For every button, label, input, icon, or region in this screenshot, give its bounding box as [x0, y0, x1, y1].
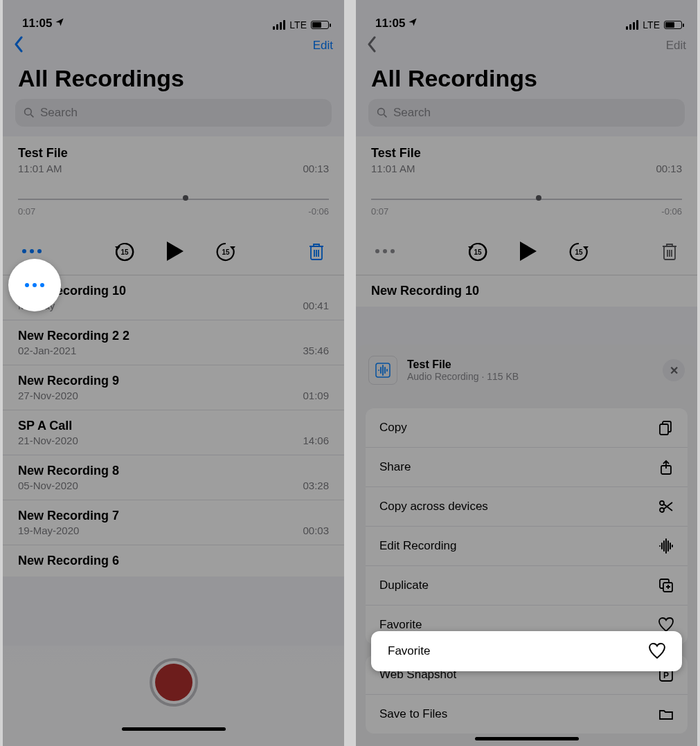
skip-forward-button[interactable] — [215, 241, 236, 262]
status-time: 11:05 — [375, 17, 405, 30]
recording-title: Test File — [371, 146, 682, 161]
delete-button — [661, 242, 678, 261]
record-area — [3, 646, 344, 746]
action-sheet: Test File Audio Recording · 115 KB ✕ Cop… — [356, 345, 697, 746]
menu-duplicate[interactable]: Duplicate — [366, 566, 688, 606]
scrubber — [371, 198, 682, 201]
skip-back-button — [467, 241, 488, 262]
search-icon — [377, 107, 388, 118]
status-bar: 11:05 LTE — [356, 0, 697, 30]
home-indicator[interactable] — [475, 737, 579, 740]
battery-icon — [664, 21, 682, 29]
skip-back-button[interactable] — [114, 241, 135, 262]
list-item[interactable]: New Recording 8 05-Nov-202003:28 — [3, 455, 344, 500]
scrubber-pos-right: -0:06 — [661, 206, 682, 217]
signal-icon — [273, 20, 285, 30]
back-button — [367, 36, 377, 56]
list-item[interactable]: New Recording 7 19-May-202000:03 — [3, 500, 344, 545]
more-button-highlight[interactable] — [8, 259, 61, 311]
nav-bar: Edit — [3, 30, 344, 61]
battery-icon — [311, 21, 329, 29]
copy-icon — [658, 420, 674, 435]
svg-point-18 — [378, 109, 385, 116]
menu-share[interactable]: Share — [366, 448, 688, 487]
audio-file-icon — [368, 356, 397, 385]
recording-duration: 00:13 — [303, 163, 329, 174]
play-button[interactable] — [165, 240, 185, 262]
search-field: Search — [368, 99, 685, 127]
list-item[interactable]: New Recording 2 2 02-Jan-202135:46 — [3, 320, 344, 365]
recording-title[interactable]: Test File — [18, 146, 329, 161]
scrubber-pos-left: 0:07 — [18, 206, 35, 217]
waveform-icon — [658, 538, 674, 554]
recordings-list: New Recording 10 — [356, 275, 697, 307]
close-sheet-button[interactable]: ✕ — [663, 359, 685, 381]
location-icon — [55, 17, 64, 30]
list-item[interactable]: SP A Call 21-Nov-202014:06 — [3, 410, 344, 455]
page-title: All Recordings — [356, 61, 697, 99]
heart-icon — [658, 617, 674, 633]
more-button — [375, 249, 395, 253]
list-item: New Recording 10 — [356, 275, 697, 307]
back-button[interactable] — [14, 36, 24, 56]
recording-duration: 00:13 — [656, 163, 682, 174]
skip-forward-button — [568, 241, 589, 262]
sheet-file-sub: Audio Recording · 115 KB — [407, 371, 653, 382]
edit-button: Edit — [666, 39, 686, 53]
scrubber-pos-right: -0:06 — [308, 206, 329, 217]
heart-icon — [649, 643, 665, 659]
sheet-file-title: Test File — [407, 358, 653, 371]
menu-copy[interactable]: Copy — [366, 408, 688, 448]
menu-copy-across[interactable]: Copy across devices — [366, 487, 688, 527]
signal-icon — [626, 20, 638, 30]
menu-edit-recording[interactable]: Edit Recording — [366, 527, 688, 566]
more-button[interactable] — [22, 249, 42, 253]
scrubber[interactable] — [18, 198, 329, 201]
search-placeholder: Search — [40, 106, 78, 120]
page-title: All Recordings — [3, 61, 344, 99]
status-time: 11:05 — [22, 17, 52, 30]
network-label: LTE — [643, 19, 660, 30]
search-field[interactable]: Search — [15, 99, 332, 127]
folder-icon — [658, 707, 674, 722]
recordings-list: New Recording 10 Monday00:41 New Recordi… — [3, 275, 344, 576]
list-item[interactable]: New Recording 9 27-Nov-202001:09 — [3, 365, 344, 410]
search-icon — [24, 107, 35, 118]
search-placeholder: Search — [393, 106, 431, 120]
recording-time: 11:01 AM — [18, 163, 62, 174]
edit-button[interactable]: Edit — [313, 39, 333, 53]
duplicate-icon — [658, 578, 674, 593]
record-button[interactable] — [150, 658, 198, 707]
delete-button[interactable] — [308, 242, 325, 261]
nav-bar: Edit — [356, 30, 697, 61]
scissors-icon — [658, 499, 674, 514]
location-icon — [408, 17, 418, 30]
list-item[interactable]: New Recording 6 — [3, 545, 344, 576]
expanded-recording: Test File 11:01 AM 00:13 0:07 -0:06 — [356, 136, 697, 275]
network-label: LTE — [289, 19, 307, 30]
play-button — [519, 240, 538, 262]
scrubber-pos-left: 0:07 — [371, 206, 388, 217]
svg-point-17 — [25, 109, 32, 116]
home-indicator[interactable] — [122, 727, 226, 731]
recording-time: 11:01 AM — [371, 163, 415, 174]
status-bar: 11:05 LTE — [3, 0, 344, 30]
menu-favorite-highlight[interactable]: Favorite — [371, 631, 682, 671]
action-menu-group-1: Copy Share Copy across devices Edit Reco… — [366, 408, 688, 644]
share-icon — [658, 460, 674, 475]
menu-save-to-files[interactable]: Save to Files — [366, 695, 688, 734]
expanded-recording: Test File 11:01 AM 00:13 0:07 -0:06 — [3, 136, 344, 275]
